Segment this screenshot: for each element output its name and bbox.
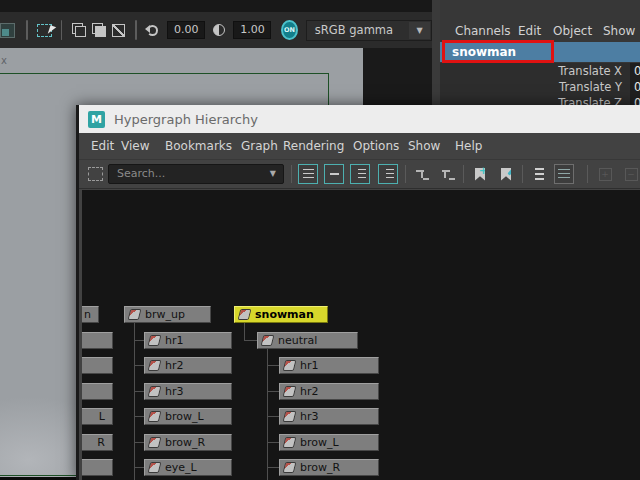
collapse-icon[interactable] (324, 164, 344, 184)
graph-node-label: n (84, 308, 91, 321)
show-hierarchy-icon[interactable] (378, 164, 398, 184)
graph-node[interactable]: brow_R (144, 434, 232, 451)
graph-node[interactable] (82, 357, 113, 374)
menu-view[interactable]: View (121, 139, 149, 153)
connector-line (134, 391, 144, 392)
toolbar-separator (463, 165, 464, 183)
transform-node-icon (262, 336, 273, 345)
transform-node-icon (284, 387, 295, 396)
graph-node[interactable]: hr3 (279, 408, 379, 425)
graph-node[interactable]: hr2 (279, 383, 379, 400)
resolution-gate-label: x (1, 55, 7, 66)
gamma-icon[interactable] (212, 21, 226, 39)
graph-node[interactable]: snowman (234, 306, 328, 323)
add-to-graph-icon[interactable]: + (595, 164, 615, 184)
graph-node[interactable]: brow_L (279, 434, 379, 451)
render-view-toolbar: 0.00 1.00 ON sRGB gamma ▼ (0, 0, 432, 48)
graph-node[interactable]: hr1 (144, 332, 232, 349)
remove-from-graph-icon[interactable]: − (621, 164, 640, 184)
scene-hierarchy-icon[interactable] (298, 164, 318, 184)
connector-line (134, 365, 144, 366)
transform-node-icon (149, 361, 160, 370)
graph-node[interactable]: L (82, 408, 113, 425)
graph-node-label: neutral (278, 334, 317, 347)
connector-line (134, 467, 144, 468)
menu-rendering[interactable]: Rendering (283, 139, 344, 153)
chevron-down-icon[interactable]: ▼ (409, 22, 430, 39)
exposure-icon[interactable] (146, 21, 160, 39)
transform-node-icon (129, 310, 140, 319)
graph-node[interactable]: brw_up (124, 306, 211, 323)
graph-node[interactable]: neutral (257, 332, 358, 349)
transform-node-icon (284, 438, 295, 447)
attribute-value-field[interactable]: 0 (630, 63, 640, 79)
graph-node[interactable]: brow_R (279, 459, 379, 476)
attribute-value-field[interactable]: 0 (630, 79, 640, 95)
window-title: Hypergraph Hierarchy (114, 112, 258, 127)
connector-line (244, 323, 245, 340)
connector-line (267, 416, 279, 417)
graph-node[interactable]: hr1 (279, 357, 379, 374)
graph-node[interactable] (82, 383, 113, 400)
select-region-icon[interactable] (37, 21, 52, 39)
connector-line (267, 391, 279, 392)
show-connections-icon[interactable] (529, 164, 549, 184)
graph-node[interactable] (82, 332, 113, 349)
remove-image-icon[interactable] (92, 21, 106, 39)
select-tool-icon[interactable] (85, 164, 105, 184)
graph-node[interactable]: hr3 (144, 383, 232, 400)
connector-line (244, 340, 257, 341)
color-management-toggle[interactable]: ON (281, 20, 298, 40)
layout-tree-icon[interactable] (412, 164, 432, 184)
search-placeholder: Search... (117, 167, 165, 180)
toolbar-separator (405, 165, 406, 183)
graph-node-label: hr3 (300, 410, 319, 423)
colorspace-value: sRGB gamma (315, 23, 393, 37)
toolbar-separator (587, 165, 588, 183)
hypergraph-toolbar: Search... ▼ + + − › (79, 160, 640, 189)
traversal-depth-icon[interactable] (554, 164, 574, 184)
transform-node-icon (149, 412, 160, 421)
window-titlebar[interactable]: M Hypergraph Hierarchy (79, 105, 640, 133)
menu-edit[interactable]: Edit (91, 139, 114, 153)
graph-node-label: brow_L (300, 436, 339, 449)
graph-node[interactable]: n (82, 306, 99, 323)
menu-object[interactable]: Object (553, 24, 592, 38)
connector-line (267, 349, 268, 480)
transform-node-icon (149, 438, 160, 447)
graph-node[interactable]: R (82, 434, 113, 451)
gamma-field[interactable]: 1.00 (233, 21, 271, 39)
menu-bookmarks[interactable]: Bookmarks (165, 139, 232, 153)
connector-line (267, 467, 279, 468)
chevron-down-icon[interactable]: ▼ (270, 165, 276, 183)
graph-node[interactable] (82, 459, 113, 476)
indent-list-icon[interactable] (350, 164, 370, 184)
menu-show[interactable]: Show (408, 139, 440, 153)
bookmark-add-icon[interactable]: + (470, 164, 490, 184)
menu-channels[interactable]: Channels (455, 24, 511, 38)
graph-node-label: brow_L (165, 410, 204, 423)
graph-node-label: eye_L (165, 461, 197, 474)
image-buffer-icon[interactable] (3, 21, 17, 39)
graph-node[interactable]: hr2 (144, 357, 232, 374)
attribute-label: Translate Y (559, 80, 622, 94)
connector-line (134, 416, 144, 417)
toolbar-separator (26, 20, 28, 40)
exposure-field[interactable]: 0.00 (167, 21, 205, 39)
graph-node[interactable]: brow_L (144, 408, 232, 425)
graph-node[interactable]: eye_L (144, 459, 232, 476)
channel-box-menubar: Channels Edit Object Show (440, 22, 640, 42)
menu-show[interactable]: Show (603, 24, 635, 38)
menu-options[interactable]: Options (353, 139, 399, 153)
search-input[interactable]: Search... ▼ (108, 164, 284, 184)
connector-line (134, 323, 135, 480)
menu-edit[interactable]: Edit (518, 24, 541, 38)
snapshot-icon[interactable] (112, 21, 126, 39)
menu-help[interactable]: Help (455, 139, 482, 153)
menu-graph[interactable]: Graph (241, 139, 278, 153)
bookmark-edit-icon[interactable] (496, 164, 516, 184)
colorspace-dropdown[interactable]: sRGB gamma ▼ (306, 20, 432, 41)
graph-canvas[interactable]: nLRbrw_uphr1hr2hr3brow_Lbrow_Reye_Lsnowm… (82, 190, 640, 480)
layout-horizontal-icon[interactable] (438, 164, 458, 184)
keep-image-icon[interactable] (71, 21, 85, 39)
